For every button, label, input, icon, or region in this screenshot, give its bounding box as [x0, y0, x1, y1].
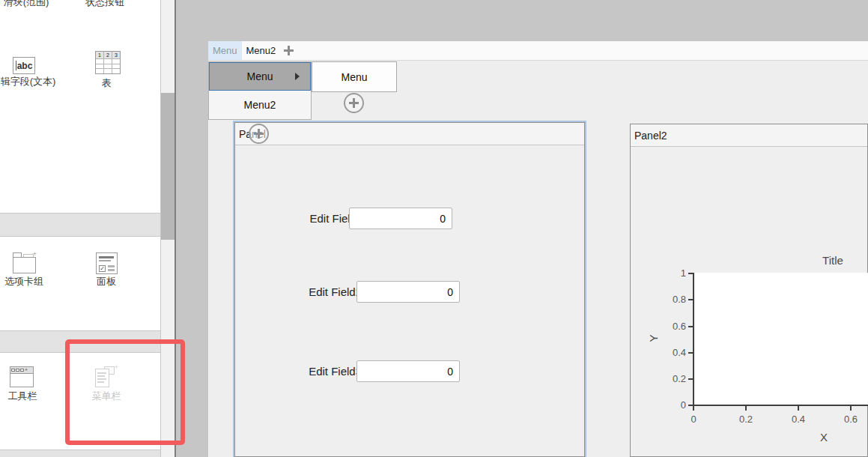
edit-field2-input[interactable]: 0 [356, 281, 460, 303]
toolbar-icon[interactable]: + [10, 366, 34, 387]
app-designer-stage: 滑块(范围) 状态按钮 abc 编辑字段(文本) 1 2 3 表 + 选项卡组 … [0, 0, 868, 457]
chart-title: Title [810, 254, 855, 267]
palette-label-toolbar[interactable]: 工具栏 [0, 390, 46, 402]
y-tick-mark [688, 299, 693, 300]
menu-tab-menu2[interactable]: Menu2 [242, 41, 281, 60]
menu-tab-menu[interactable]: Menu [208, 41, 242, 60]
y-tick-label: 0.4 [656, 347, 686, 358]
palette-label-table[interactable]: 表 [82, 77, 130, 89]
add-submenu-button[interactable] [344, 93, 364, 113]
text-cursor-glyph [16, 61, 16, 70]
table-icon-digit: 2 [104, 52, 112, 58]
edit-field3-value: 0 [447, 366, 453, 378]
menu-dropdown: Menu Menu2 [208, 61, 312, 120]
y-tick-label: 0 [656, 399, 686, 411]
x-axis-label: X [813, 431, 835, 444]
checkbox-glyph: ✓ [99, 265, 106, 272]
y-tick-mark [688, 378, 693, 380]
panel1[interactable]: Panel Edit Field 0 Edit Field2 0 Edit Fi… [234, 122, 585, 457]
panel-icon[interactable]: ✓ [96, 252, 118, 274]
x-tick-label: 0.6 [836, 414, 866, 425]
red-highlight-box [65, 339, 185, 445]
palette-label-panel[interactable]: 面板 [82, 276, 130, 288]
edit-field-input[interactable]: 0 [349, 208, 452, 229]
panel2-title: Panel2 [634, 130, 667, 142]
uiaxes[interactable]: Title 1 0.8 0.6 0.4 0.2 0 0 0.2 [631, 148, 868, 457]
x-tick-mark [693, 406, 694, 411]
edit-field3-label: Edit Field3 [264, 365, 362, 378]
x-tick-label: 0 [679, 414, 708, 425]
panel2-titlebar[interactable]: Panel2 [631, 124, 867, 147]
palette-section-divider [0, 213, 160, 237]
plus-icon [288, 46, 290, 55]
submenu-item-menu[interactable]: Menu [312, 61, 397, 92]
y-tick-mark [688, 273, 693, 274]
plus-icon [353, 98, 355, 108]
x-tick-mark [850, 406, 852, 411]
menu-bar-strip: Menu Menu2 [208, 41, 868, 61]
plus-icon [258, 129, 260, 139]
edit-field-label: Edit Field [259, 212, 356, 225]
panel1-titlebar[interactable]: Panel [235, 123, 584, 145]
table-icon-digit: 3 [112, 52, 120, 58]
y-tick-label: 0.8 [656, 294, 686, 305]
palette-label-state-button: 状态按钮 [79, 0, 131, 8]
edit-field-text-icon[interactable]: abc [13, 57, 35, 74]
toolbar-plus-glyph: + [25, 369, 28, 372]
y-tick-mark [688, 326, 693, 327]
y-tick-label: 0.2 [656, 373, 686, 384]
dropdown-item-label: Menu2 [244, 99, 276, 111]
x-tick-label: 0.4 [783, 414, 813, 425]
x-tick-label: 0.2 [731, 414, 761, 425]
tab-group-icon[interactable]: + [13, 252, 36, 273]
submenu-item-label: Menu [341, 71, 367, 83]
dropdown-item-label: Menu [246, 70, 273, 82]
y-tick-label: 1 [656, 267, 686, 279]
edit-field3-input[interactable]: 0 [356, 360, 460, 382]
palette-label-tab-group[interactable]: 选项卡组 [0, 276, 48, 288]
table-icon-digit: 1 [96, 52, 103, 58]
edit-field2-label: Edit Field2 [264, 285, 362, 298]
abc-glyph: abc [17, 61, 33, 71]
edit-field2-value: 0 [447, 286, 453, 298]
submenu-arrow-icon [295, 73, 300, 80]
y-axis-label: Y [647, 334, 660, 342]
edit-field-value: 0 [440, 213, 446, 225]
y-tick-mark [688, 352, 693, 354]
table-icon[interactable]: 1 2 3 [95, 51, 121, 74]
dropdown-item-menu2[interactable]: Menu2 [209, 91, 311, 119]
x-tick-mark [745, 406, 747, 411]
palette-label-edit-field[interactable]: 编辑字段(文本) [0, 76, 58, 88]
palette-label-slider-range: 滑块(范围) [0, 0, 67, 8]
x-axis-line [693, 405, 868, 406]
x-tick-mark [798, 406, 799, 411]
plot-area [694, 273, 868, 405]
panel2[interactable]: Panel2 Title 1 0.8 0.6 0.4 0.2 0 [630, 124, 868, 457]
y-axis-line [693, 273, 694, 406]
dropdown-item-menu[interactable]: Menu [209, 62, 311, 91]
palette-section-divider [0, 450, 160, 457]
sidebar-scrollbar-thumb[interactable] [161, 93, 174, 240]
add-menu-item-button[interactable] [249, 124, 269, 144]
y-tick-label: 0.6 [656, 321, 686, 332]
add-menu-button[interactable] [280, 41, 297, 60]
